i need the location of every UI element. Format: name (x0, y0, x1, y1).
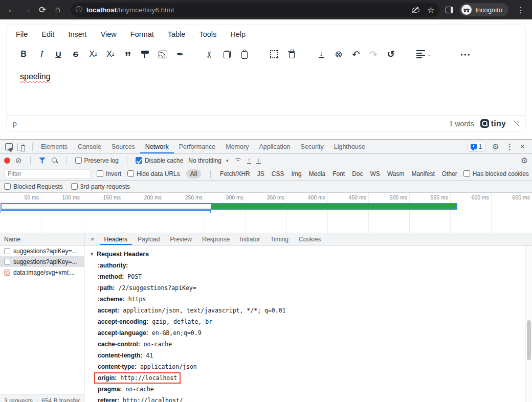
device-toolbar-icon[interactable] (17, 143, 25, 150)
hide-data-urls-toggle[interactable]: Hide data URLs (127, 170, 180, 177)
bookmark-star-icon[interactable]: ☆ (427, 5, 434, 15)
disable-cache-toggle[interactable]: Disable cache (136, 157, 183, 164)
tiny-branding[interactable]: tiny (480, 119, 506, 128)
request-headers-section[interactable]: ▼ Request Headers (90, 249, 524, 260)
subscript-button[interactable]: X2 (85, 47, 101, 61)
blockquote-button[interactable]: ” (120, 47, 136, 61)
filter-type[interactable]: Fetch/XHR (220, 170, 250, 177)
superscript-button[interactable]: X2 (103, 47, 118, 61)
export-button[interactable]: ↓ (314, 47, 329, 61)
filter-input[interactable] (4, 169, 91, 178)
network-conditions-icon[interactable] (234, 158, 242, 164)
resize-grip[interactable] (514, 121, 519, 126)
menu-item[interactable]: Help (230, 30, 246, 38)
record-icon[interactable] (4, 158, 10, 164)
strikethrough-button[interactable]: S (68, 47, 83, 61)
blocked-requests-toggle[interactable]: Blocked Requests (4, 183, 63, 190)
filter-type[interactable]: WS (370, 170, 380, 177)
import-har-icon[interactable]: ↑ (247, 157, 252, 164)
restore-draft-button[interactable]: ↺ (383, 47, 398, 61)
devtools-tab[interactable]: Security (296, 140, 329, 153)
network-overview[interactable]: 50 ms100 ms150 ms200 ms250 ms300 ms350 m… (0, 193, 532, 233)
copy-button[interactable] (219, 47, 235, 61)
filter-type[interactable]: Img (291, 170, 301, 177)
blocked-requests-checkbox[interactable] (4, 183, 11, 190)
invert-checkbox[interactable] (97, 170, 103, 177)
request-row[interactable]: suggestions?apiKey=... (0, 245, 84, 256)
paste-button[interactable] (237, 47, 252, 61)
devtools-tab[interactable]: Network (140, 140, 174, 153)
site-info-icon[interactable]: ⓘ (76, 5, 82, 14)
devtools-tab[interactable]: Performance (174, 140, 221, 153)
hide-data-urls-checkbox[interactable] (127, 170, 134, 177)
has-blocked-cookies-toggle[interactable]: Has blocked cookies (463, 170, 529, 177)
filter-type[interactable]: Wasm (387, 170, 405, 177)
third-party-checkbox[interactable] (71, 183, 78, 190)
filter-type[interactable]: CSS (272, 170, 284, 177)
cancel-button[interactable]: ⊗ (331, 47, 346, 61)
throttling-select[interactable]: No throttling ▾ (188, 157, 228, 164)
devtools-tab[interactable]: Application (254, 140, 295, 153)
underline-button[interactable]: U (51, 47, 66, 61)
menu-item[interactable]: Tools (199, 30, 216, 38)
detail-tab[interactable]: Preview (165, 234, 196, 245)
format-painter-button[interactable] (138, 47, 153, 61)
detail-scrollbar[interactable] (525, 245, 532, 402)
filter-type[interactable]: Media (308, 170, 325, 177)
detail-tab[interactable]: Payload (133, 234, 164, 245)
menu-item[interactable]: View (101, 30, 117, 38)
filter-type-all[interactable]: All (186, 169, 201, 178)
search-icon[interactable] (51, 157, 58, 164)
filter-type[interactable]: Other (442, 170, 457, 177)
devtools-settings-icon[interactable]: ⚙ (492, 142, 499, 151)
element-path[interactable]: p (13, 120, 17, 128)
editor-content-area[interactable]: speeling (7, 65, 525, 115)
detail-tab[interactable]: Headers (100, 234, 132, 245)
select-all-button[interactable] (267, 47, 282, 61)
cut-button[interactable]: ✂ (202, 47, 217, 61)
permanent-pen-button[interactable]: ✒ (172, 47, 188, 61)
menu-item[interactable]: Table (168, 30, 186, 38)
export-har-icon[interactable]: ↓ (256, 157, 261, 164)
inspect-element-icon[interactable] (5, 143, 13, 150)
delete-button[interactable] (284, 47, 299, 61)
clear-icon[interactable]: ⊘ (15, 158, 22, 164)
browser-menu-icon[interactable]: ⋮ (515, 5, 527, 15)
detail-tab[interactable]: Initiator (235, 234, 264, 245)
request-row[interactable]: suggestions?apiKey=... (0, 256, 84, 267)
preserve-log-checkbox[interactable] (75, 157, 82, 164)
detail-tab[interactable]: Response (197, 234, 234, 245)
menu-item[interactable]: Edit (41, 30, 54, 38)
menu-item[interactable]: Format (130, 30, 154, 38)
devtools-menu-icon[interactable]: ⋮ (506, 142, 514, 151)
menu-item[interactable]: File (16, 30, 28, 38)
bold-button[interactable]: B (16, 47, 31, 61)
issues-badge[interactable]: 1 (467, 142, 486, 152)
misspelled-word[interactable]: speeling (20, 72, 51, 81)
devtools-tab[interactable]: Elements (36, 140, 73, 153)
detail-tab[interactable]: Timing (265, 234, 293, 245)
eye-off-icon[interactable] (411, 7, 420, 13)
filter-funnel-icon[interactable] (39, 158, 46, 164)
address-bar[interactable]: ⓘ localhost/tinymce/tiny6.html ☆ (71, 3, 439, 17)
devtools-tab[interactable]: Memory (220, 140, 254, 153)
third-party-toggle[interactable]: 3rd-party requests (71, 183, 130, 190)
request-row[interactable]: data:image/svg+xml;... (0, 267, 84, 278)
more-toolbar-button[interactable]: ⋯ (458, 47, 473, 61)
side-panel-icon[interactable] (446, 7, 453, 13)
home-icon[interactable]: ⌂ (51, 3, 64, 16)
forward-icon[interactable]: → (20, 3, 34, 16)
preserve-log-toggle[interactable]: Preserve log (75, 157, 119, 164)
filter-type[interactable]: Manifest (411, 170, 434, 177)
network-settings-icon[interactable]: ⚙ (521, 156, 528, 165)
reload-icon[interactable]: ⟳ (36, 3, 49, 16)
back-icon[interactable]: ← (5, 3, 18, 16)
filter-type[interactable]: Doc (352, 170, 363, 177)
scrollbar-thumb[interactable] (527, 320, 531, 360)
requests-name-header[interactable]: Name (0, 233, 84, 245)
redo-button[interactable]: ↷ (366, 47, 381, 61)
italic-button[interactable]: I (33, 47, 49, 61)
devtools-tab[interactable]: Sources (106, 140, 140, 153)
align-button[interactable]: ⌄ (413, 47, 435, 61)
disable-cache-checkbox[interactable] (136, 157, 142, 164)
